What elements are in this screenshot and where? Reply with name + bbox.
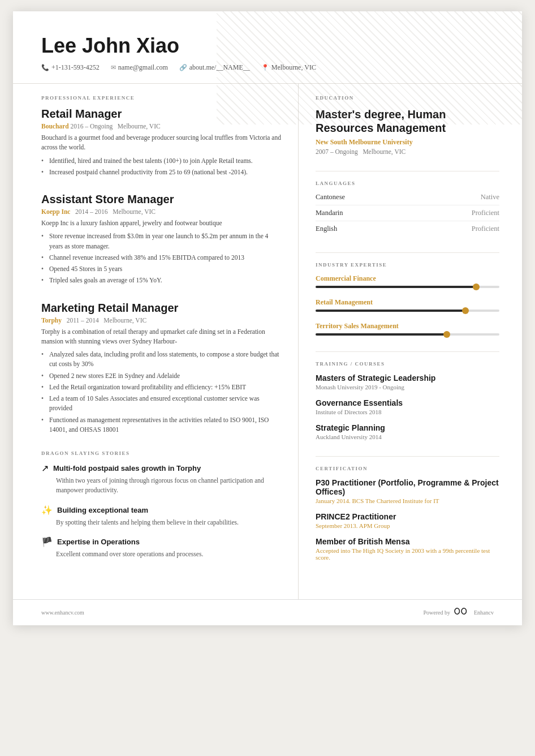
job-3-bullet-2: Opened 2 new stores E2E in Sydney and Ad… xyxy=(41,371,281,381)
job-2-bullet-1: Store revenue increased from $3.0m in ye… xyxy=(41,231,281,251)
story-1-desc: Within two years of joining through rigo… xyxy=(41,476,281,496)
job-1-bullet-1: Identified, hired and trained the best t… xyxy=(41,156,281,166)
phone-icon: 📞 xyxy=(41,64,49,71)
job-3-bullet-3: Led the Retail organization toward profi… xyxy=(41,383,281,392)
dragon-label: DRAGON SLAYING STORIES xyxy=(41,450,281,456)
job-3-bullet-5: Functioned as management representatives… xyxy=(41,415,281,435)
story-3-title: Expertise in Operations xyxy=(57,538,140,546)
divider-3 xyxy=(316,351,499,352)
lang-2-name: Mandarin xyxy=(316,209,343,217)
course-2-title: Governance Essentials xyxy=(316,398,499,407)
story-2-header: ✨ Building exceptional team xyxy=(41,505,281,516)
languages-label: LANGUAGES xyxy=(316,181,499,186)
skill-2-bar-fill xyxy=(316,310,467,312)
location-icon: 📍 xyxy=(261,64,269,71)
skill-2: Retail Management xyxy=(316,298,499,312)
skill-3-bar-fill xyxy=(316,333,448,336)
story-3: 🏴 Expertise in Operations Excellent comm… xyxy=(41,536,281,559)
skill-2-bar-bg xyxy=(316,310,499,312)
job-2-meta: Koepp Inc 2014 – 2016 Melbourne, VIC xyxy=(41,208,281,215)
story-2: ✨ Building exceptional team By spotting … xyxy=(41,505,281,527)
lang-1-name: Cantonese xyxy=(316,193,345,201)
cert-1: P30 Practitioner (Portfolio, Programme &… xyxy=(316,478,499,504)
language-1: Cantonese Native xyxy=(316,193,499,205)
cert-3-detail: Accepted into The High IQ Society in 200… xyxy=(316,547,499,561)
course-1-title: Masters of Strategic Leadership xyxy=(316,373,499,383)
job-1-bullet-2: Increased postpaid channel productivity … xyxy=(41,167,281,177)
website-url: about.me/__NAME__ xyxy=(189,63,250,72)
skill-1-bar-bg xyxy=(316,286,499,288)
website-contact: 🔗 about.me/__NAME__ xyxy=(179,63,250,72)
cert-3-title: Member of British Mensa xyxy=(316,537,499,546)
skill-3-name: Territory Sales Management xyxy=(316,322,499,330)
course-3-meta: Auckland University 2014 xyxy=(316,433,499,440)
story-3-desc: Excellent command over store operations … xyxy=(41,549,281,559)
lang-3-level: Proficient xyxy=(472,225,499,233)
brand-name: Enhancv xyxy=(474,609,494,616)
job-2-desc: Koepp Inc is a luxury fashion apparel, j… xyxy=(41,218,281,228)
email-icon: ✉ xyxy=(111,64,116,71)
job-1-desc: Bouchard is a gourmet food and beverage … xyxy=(41,133,281,153)
skill-2-name: Retail Management xyxy=(316,298,499,307)
course-3: Strategic Planning Auckland University 2… xyxy=(316,423,499,440)
story-1-header: ↗ Multi-fold postpaid sales growth in To… xyxy=(41,463,281,474)
job-2: Assistant Store Manager Koepp Inc 2014 –… xyxy=(41,193,281,286)
email-address: name@gmail.com xyxy=(118,63,168,72)
job-3-meta: Torphy 2011 – 2014 Melbourne, VIC xyxy=(41,317,281,324)
divider-1 xyxy=(316,171,499,171)
course-1-meta: Monash University 2019 - Ongoing xyxy=(316,384,499,390)
job-1-bullets: Identified, hired and trained the best t… xyxy=(41,156,281,178)
training-section: TRAINING / COURSES Masters of Strategic … xyxy=(316,361,499,440)
story-3-icon: 🏴 xyxy=(41,536,53,547)
main-content: PROFESSIONAL EXPERIENCE Retail Manager B… xyxy=(13,83,522,599)
job-2-bullet-3: Opened 45 Stores in 5 years xyxy=(41,264,281,274)
job-2-location: Melbourne, VIC xyxy=(113,208,156,215)
job-1-company: Bouchard xyxy=(41,123,69,130)
story-3-header: 🏴 Expertise in Operations xyxy=(41,536,281,547)
dragon-section: DRAGON SLAYING STORIES ↗ Multi-fold post… xyxy=(41,450,281,559)
job-3-bullets: Analyzed sales data, including profit an… xyxy=(41,350,281,435)
skill-1-name: Commercial Finance xyxy=(316,274,499,283)
job-2-bullet-4: Tripled sales goals an average of 15% Yo… xyxy=(41,276,281,285)
story-1: ↗ Multi-fold postpaid sales growth in To… xyxy=(41,463,281,496)
cert-section: CERTIFICATION P30 Practitioner (Portfoli… xyxy=(316,466,499,561)
job-3-dates: 2011 – 2014 xyxy=(67,317,99,324)
lang-3-name: English xyxy=(316,225,337,233)
story-1-title: Multi-fold postpaid sales growth in Torp… xyxy=(53,464,201,472)
job-3-bullet-4: Led a team of 10 Sales Associates and en… xyxy=(41,394,281,414)
cert-2: PRINCE2 Practitioner September 2013. APM… xyxy=(316,512,499,529)
edu-location: Melbourne, VIC xyxy=(363,148,405,155)
powered-by-label: Powered by xyxy=(424,609,451,616)
job-1-location: Melbourne, VIC xyxy=(118,123,161,130)
phone-number: +1-131-593-4252 xyxy=(51,63,100,72)
industry-section: INDUSTRY EXPERTISE Commercial Finance Re… xyxy=(316,262,499,336)
course-3-title: Strategic Planning xyxy=(316,423,499,432)
story-1-icon: ↗ xyxy=(41,463,49,474)
cert-label: CERTIFICATION xyxy=(316,466,499,471)
edu-dates: 2007 – Ongoing xyxy=(316,148,358,155)
skill-3-bar-bg xyxy=(316,333,499,336)
job-3-title: Marketing Retail Manager xyxy=(41,302,281,315)
cert-2-detail: September 2013. APM Group xyxy=(316,522,499,529)
job-1-dates: 2016 – Ongoing xyxy=(70,123,113,130)
website-icon: 🔗 xyxy=(179,64,187,71)
footer-url: www.enhancv.com xyxy=(41,609,84,616)
email-contact: ✉ name@gmail.com xyxy=(111,63,168,72)
edu-university: New South Melbourne University xyxy=(316,138,499,147)
footer: www.enhancv.com Powered by Enhancv xyxy=(13,599,522,625)
job-3-bullet-1: Analyzed sales data, including profit an… xyxy=(41,350,281,370)
lang-2-level: Proficient xyxy=(472,209,499,217)
training-label: TRAINING / COURSES xyxy=(316,361,499,367)
job-2-company: Koepp Inc xyxy=(41,208,70,215)
cert-1-detail: January 2014. BCS The Chartered Institut… xyxy=(316,497,499,504)
skill-3: Territory Sales Management xyxy=(316,322,499,336)
job-2-bullet-2: Channel revenue increased with 38% and 1… xyxy=(41,253,281,263)
lang-1-level: Native xyxy=(481,193,499,201)
story-2-title: Building exceptional team xyxy=(57,506,148,514)
job-3: Marketing Retail Manager Torphy 2011 – 2… xyxy=(41,302,281,435)
course-2-meta: Institute of Directors 2018 xyxy=(316,409,499,415)
job-2-dates: 2014 – 2016 xyxy=(75,208,108,215)
skill-1: Commercial Finance xyxy=(316,274,499,288)
resume-page: Lee John Xiao 📞 +1-131-593-4252 ✉ name@g… xyxy=(13,11,522,625)
course-2: Governance Essentials Institute of Direc… xyxy=(316,398,499,415)
